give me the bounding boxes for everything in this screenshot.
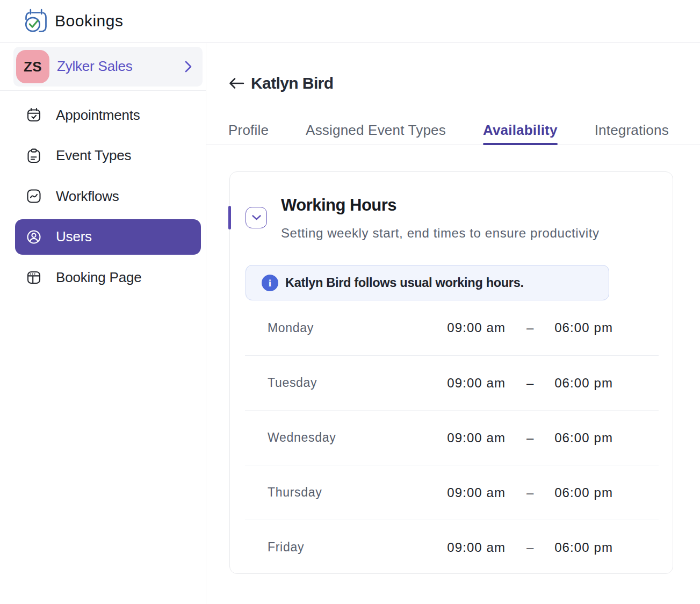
chevron-down-icon [252, 215, 261, 220]
app-title: Bookings [55, 0, 123, 43]
page-title: Katlyn Bird [251, 74, 333, 92]
time-separator: – [506, 430, 554, 445]
time-separator: – [506, 485, 554, 500]
tab-bar: ProfileAssigned Event TypesAvailabilityI… [206, 116, 700, 145]
tab-availability[interactable]: Availability [483, 116, 558, 145]
tab-label: Availability [483, 122, 558, 138]
time-range: 09:00 am–06:00 pm [442, 485, 613, 500]
time-range: 09:00 am–06:00 pm [442, 320, 613, 335]
workspace-name: Zylker Sales [57, 47, 133, 87]
end-time: 06:00 pm [554, 320, 613, 335]
day-label: Thursday [268, 485, 322, 500]
time-separator: – [506, 320, 554, 335]
start-time: 09:00 am [442, 540, 506, 555]
day-label: Friday [268, 540, 304, 555]
sidebar-item-users[interactable]: Users [15, 219, 201, 255]
schedule-list: Monday09:00 am–06:00 pmTuesday09:00 am–0… [245, 300, 659, 574]
section-subtitle: Setting weekly start, end times to ensur… [281, 226, 600, 241]
info-banner: i Katlyn Bird follows usual working hour… [246, 265, 609, 300]
workspace-selector[interactable]: ZS Zylker Sales [13, 47, 203, 87]
tab-label: Integrations [595, 122, 669, 138]
info-banner-text: Katlyn Bird follows usual working hours. [285, 265, 524, 301]
browser-window-icon [26, 269, 42, 285]
clipboard-icon [26, 148, 42, 164]
sidebar-item-label: Workflows [56, 188, 119, 205]
top-header: Bookings [0, 0, 700, 43]
schedule-row-friday: Friday09:00 am–06:00 pm [245, 520, 659, 574]
sidebar-item-event-types[interactable]: Event Types [15, 138, 201, 174]
sidebar-item-label: Appointments [56, 107, 140, 124]
sidebar-item-appointments[interactable]: Appointments [15, 97, 201, 133]
user-circle-icon [26, 229, 42, 245]
schedule-row-tuesday: Tuesday09:00 am–06:00 pm [245, 355, 659, 410]
time-range: 09:00 am–06:00 pm [442, 430, 613, 445]
workflow-pulse-icon [26, 188, 42, 204]
end-time: 06:00 pm [554, 376, 613, 391]
main-content: Katlyn Bird ProfileAssigned Event TypesA… [206, 43, 700, 604]
working-hours-card: Working Hours Setting weekly start, end … [229, 171, 673, 574]
tab-integrations[interactable]: Integrations [595, 116, 669, 145]
back-arrow-icon[interactable] [229, 77, 244, 89]
chevron-right-icon [185, 61, 192, 73]
workspace-avatar: ZS [16, 50, 49, 83]
start-time: 09:00 am [442, 430, 506, 445]
sidebar-item-booking-page[interactable]: Booking Page [15, 260, 201, 295]
tab-label: Assigned Event Types [306, 122, 446, 138]
day-label: Wednesday [268, 430, 336, 445]
sidebar-menu: Appointments Event Types Workflows Users… [0, 97, 206, 300]
schedule-row-thursday: Thursday09:00 am–06:00 pm [245, 465, 659, 520]
time-separator: – [506, 376, 554, 391]
end-time: 06:00 pm [554, 540, 613, 555]
calendar-check-icon [26, 107, 42, 123]
tab-label: Profile [228, 122, 269, 138]
info-icon: i [262, 275, 278, 291]
sidebar-item-label: Booking Page [56, 269, 142, 286]
time-range: 09:00 am–06:00 pm [442, 376, 613, 391]
sidebar-item-label: Users [56, 228, 92, 245]
card-accent-bar [228, 206, 231, 229]
section-title: Working Hours [281, 196, 396, 215]
end-time: 06:00 pm [554, 430, 613, 445]
start-time: 09:00 am [442, 376, 506, 391]
sidebar: ZS Zylker Sales Appointments Event Types… [0, 43, 206, 604]
start-time: 09:00 am [442, 485, 506, 500]
day-label: Monday [268, 321, 314, 335]
start-time: 09:00 am [442, 320, 506, 335]
collapse-section-button[interactable] [246, 207, 267, 228]
time-range: 09:00 am–06:00 pm [442, 540, 613, 555]
end-time: 06:00 pm [554, 485, 613, 500]
tab-profile[interactable]: Profile [228, 116, 269, 145]
tab-assigned-event-types[interactable]: Assigned Event Types [306, 116, 446, 145]
active-tab-underline [483, 143, 558, 145]
time-separator: – [506, 540, 554, 555]
sidebar-item-workflows[interactable]: Workflows [15, 178, 201, 214]
sidebar-divider [0, 90, 206, 91]
day-label: Tuesday [268, 376, 317, 390]
schedule-row-monday: Monday09:00 am–06:00 pm [245, 300, 659, 355]
sidebar-item-label: Event Types [56, 147, 131, 164]
schedule-row-wednesday: Wednesday09:00 am–06:00 pm [245, 410, 659, 465]
bookings-logo-icon [24, 8, 48, 34]
